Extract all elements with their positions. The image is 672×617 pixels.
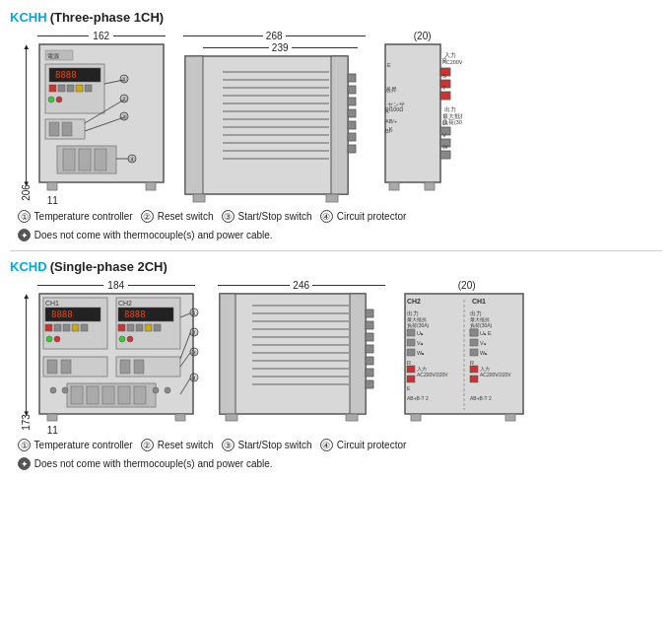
- svg-text:Pt100Ω: Pt100Ω: [385, 106, 404, 112]
- svg-rect-65: [440, 92, 450, 100]
- svg-text:W₁: W₁: [480, 350, 488, 356]
- kchh-side-view: 268 239: [183, 31, 366, 207]
- kchh-side-dim-239: 239: [269, 42, 292, 53]
- svg-rect-156: [366, 345, 373, 353]
- svg-text:AC200V/220V: AC200V/220V: [417, 372, 448, 377]
- svg-rect-117: [134, 360, 144, 374]
- svg-rect-202: [505, 414, 515, 421]
- svg-text:④: ④: [191, 375, 197, 381]
- svg-text:AB+B-T 2: AB+B-T 2: [470, 395, 492, 401]
- kchd-front-svg: CH1 8888 CH2 8888: [37, 292, 200, 425]
- svg-text:CH2: CH2: [118, 300, 132, 307]
- svg-rect-74: [440, 151, 450, 159]
- svg-rect-159: [366, 380, 373, 388]
- svg-point-133: [165, 387, 170, 393]
- svg-text:①: ①: [191, 309, 197, 316]
- svg-rect-27: [79, 149, 91, 171]
- svg-text:電源: 電源: [47, 53, 59, 59]
- svg-rect-49: [348, 74, 356, 82]
- svg-rect-85: [425, 182, 435, 190]
- svg-text:CH1: CH1: [472, 298, 486, 305]
- svg-rect-9: [76, 85, 83, 92]
- kchh-side-svg: [183, 54, 366, 207]
- svg-text:8888: 8888: [51, 309, 73, 319]
- svg-text:W: W: [442, 144, 448, 150]
- kchh-note: ✦ Does not come with thermocouple(s) and…: [18, 228, 662, 242]
- svg-rect-188: [470, 339, 478, 346]
- kchd-subtitle: (Single-phase 2CH): [50, 259, 168, 274]
- svg-point-12: [56, 97, 62, 103]
- kchh-back-view: (20) 入力 AC200V/220V R S T 出力 最大抵抗 負荷(30A…: [383, 31, 462, 195]
- svg-rect-173: [407, 349, 415, 356]
- svg-text:8888: 8888: [55, 70, 77, 80]
- kchh-width-dim: 162: [37, 31, 166, 41]
- svg-rect-178: [407, 376, 415, 382]
- svg-rect-139: [220, 294, 366, 414]
- svg-rect-7: [58, 85, 65, 92]
- svg-rect-155: [366, 333, 373, 341]
- svg-rect-6: [49, 85, 56, 92]
- svg-rect-56: [193, 194, 205, 202]
- svg-point-131: [62, 387, 68, 393]
- kchd-height-label: 173: [21, 414, 32, 431]
- svg-rect-161: [346, 414, 358, 421]
- svg-point-11: [48, 97, 54, 103]
- svg-rect-28: [95, 149, 106, 171]
- kchh-height-dim: ▲ ▼ 206: [18, 46, 34, 201]
- svg-rect-196: [470, 366, 478, 373]
- svg-rect-55: [348, 145, 356, 153]
- svg-rect-171: [407, 339, 415, 346]
- kchh-bottom-label: 11: [47, 195, 58, 206]
- kchd-captions: ① Temperature controller ② Reset switch …: [18, 438, 662, 452]
- kchh-bottom-dim: 11: [37, 195, 166, 206]
- svg-rect-177: [407, 366, 415, 373]
- kchh-views: ▲ ▼ 206 162 電源: [18, 31, 662, 207]
- kchh-side-dim-239-row: 239: [183, 42, 366, 53]
- svg-rect-106: [154, 324, 161, 331]
- svg-text:R: R: [442, 57, 447, 63]
- svg-text:R: R: [470, 360, 474, 366]
- svg-rect-93: [63, 324, 70, 331]
- svg-rect-128: [118, 386, 130, 404]
- kchh-section: KCHH (Three-phase 1CH) ▲ ▼ 206 162: [10, 10, 662, 242]
- kchd-width-label: 184: [103, 280, 128, 291]
- svg-text:AB/+: AB/+: [385, 118, 397, 124]
- svg-rect-92: [54, 324, 61, 331]
- svg-text:U₂: U₂: [417, 330, 424, 336]
- svg-rect-91: [45, 324, 52, 331]
- svg-text:W₂: W₂: [417, 350, 425, 356]
- kchh-subtitle: (Three-phase 1CH): [50, 10, 165, 25]
- svg-point-96: [46, 336, 52, 342]
- kchh-back-svg: 入力 AC200V/220V R S T 出力 最大抵抗 負荷(30A) U V…: [383, 42, 462, 195]
- kchd-depth-label: (20): [403, 280, 531, 291]
- svg-rect-113: [47, 360, 57, 374]
- svg-rect-103: [127, 324, 134, 331]
- kchd-title-row: KCHD (Single-phase 2CH): [10, 259, 662, 274]
- svg-rect-126: [87, 386, 99, 404]
- svg-rect-153: [366, 309, 373, 317]
- svg-rect-58: [385, 44, 440, 182]
- kchd-section: KCHD (Single-phase 2CH) ▲ ▼ 173 184: [10, 259, 662, 471]
- kchh-depth-label: (20): [383, 31, 462, 41]
- svg-rect-197: [470, 376, 478, 382]
- kchh-title-row: KCHH (Three-phase 1CH): [10, 10, 662, 25]
- svg-text:負荷(30A): 負荷(30A): [470, 322, 493, 328]
- kchd-side-dim-row: 246: [218, 280, 385, 291]
- svg-rect-116: [120, 360, 130, 374]
- svg-rect-192: [470, 329, 478, 336]
- kchd-side-dim: 246: [290, 280, 312, 291]
- kchh-front-view: ▲ ▼ 206 162 電源: [18, 31, 166, 206]
- svg-text:T: T: [442, 85, 446, 91]
- svg-rect-10: [85, 85, 92, 92]
- svg-rect-140: [220, 294, 235, 414]
- svg-point-130: [50, 387, 56, 393]
- svg-rect-57: [326, 194, 338, 202]
- svg-text:③: ③: [121, 113, 127, 120]
- svg-rect-84: [389, 182, 399, 190]
- kchh-captions: ① Temperature controller ② Reset switch …: [18, 209, 662, 224]
- svg-rect-169: [407, 329, 415, 336]
- svg-text:負荷(30A): 負荷(30A): [407, 322, 430, 328]
- svg-text:AC200V/220V: AC200V/220V: [480, 372, 511, 377]
- svg-rect-127: [102, 386, 114, 404]
- svg-text:①: ①: [121, 76, 127, 83]
